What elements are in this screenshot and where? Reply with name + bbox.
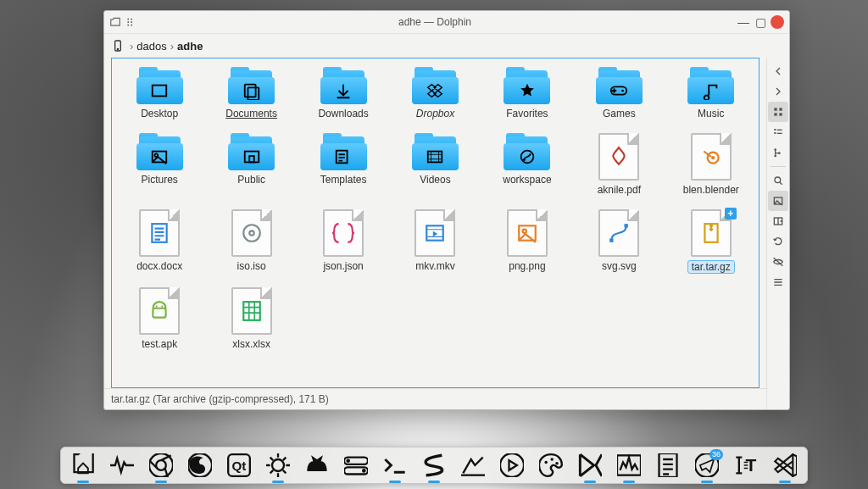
item-label: svg.svg <box>602 260 637 272</box>
dock-files[interactable] <box>70 452 97 479</box>
dock-settings[interactable] <box>264 452 292 479</box>
preview-button[interactable] <box>768 191 788 211</box>
add-badge-icon: + <box>725 208 737 219</box>
file-icon <box>598 133 639 181</box>
file-item-png-png[interactable]: png.png <box>483 208 571 275</box>
dock-toggle[interactable] <box>342 452 370 479</box>
item-label: Favorites <box>506 108 548 119</box>
folder-item-workspace[interactable]: workspace <box>483 131 571 197</box>
item-label: Templates <box>320 174 367 186</box>
dock-typography[interactable] <box>732 452 760 479</box>
folder-icon <box>136 67 183 104</box>
dock-gimp[interactable] <box>537 452 565 479</box>
play-icon <box>500 453 524 477</box>
minimize-button[interactable]: — <box>737 15 750 29</box>
search-icon <box>771 174 785 187</box>
folder-item-public[interactable]: Public <box>208 131 296 197</box>
dock-pulse[interactable] <box>108 452 136 479</box>
search-button[interactable] <box>768 170 788 191</box>
separator <box>771 166 786 167</box>
breadcrumb-current[interactable]: adhe <box>177 40 203 53</box>
dock-monitor[interactable] <box>615 452 643 479</box>
dock-play[interactable] <box>498 452 526 479</box>
item-label: tar.tar.gz <box>687 260 735 274</box>
reload-icon <box>771 235 785 248</box>
nav-back-button[interactable] <box>768 61 788 81</box>
app-icon <box>109 16 121 28</box>
pin-icon[interactable]: ⁝⁝ <box>126 16 133 28</box>
running-indicator <box>272 481 284 483</box>
view-compact-button[interactable] <box>768 122 788 142</box>
eye-icon <box>771 255 785 269</box>
qt-icon <box>227 453 251 477</box>
dock-notes[interactable] <box>654 452 682 479</box>
folder-item-downloads[interactable]: Downloads <box>299 65 387 121</box>
window-title: adhe — Dolphin <box>140 16 730 28</box>
file-icon <box>598 209 639 257</box>
file-grid[interactable]: DesktopDocumentsDownloadsDropboxFavorite… <box>111 58 760 388</box>
item-label: Videos <box>420 174 450 186</box>
file-icon <box>507 209 548 257</box>
close-button[interactable] <box>771 15 784 29</box>
folder-icon <box>412 133 459 170</box>
breadcrumb-item[interactable]: dados <box>136 40 166 53</box>
typography-icon <box>734 453 758 477</box>
item-label: Games <box>603 108 636 119</box>
split-button[interactable] <box>768 211 788 231</box>
item-label: png.png <box>509 260 545 272</box>
dock-sublime[interactable] <box>420 452 448 479</box>
dock-telegram[interactable]: 36 <box>693 452 721 479</box>
folder-item-dropbox[interactable]: Dropbox <box>391 65 479 121</box>
folder-item-favorites[interactable]: Favorites <box>483 65 571 121</box>
folder-item-videos[interactable]: Videos <box>391 131 479 197</box>
file-item-xlsx-xlsx[interactable]: xlsx.xlsx <box>208 286 296 352</box>
file-item-blen-blender[interactable]: blen.blender <box>667 131 755 197</box>
dock-qt[interactable] <box>225 452 253 479</box>
dock-terminal[interactable] <box>381 452 409 479</box>
gear-icon <box>266 453 290 477</box>
folder-item-templates[interactable]: Templates <box>299 131 387 197</box>
kate-icon <box>578 453 602 477</box>
item-label: Dropbox <box>416 108 454 119</box>
file-item-svg-svg[interactable]: svg.svg <box>575 208 663 275</box>
menu-button[interactable] <box>768 272 788 292</box>
file-item-aknile-pdf[interactable]: aknile.pdf <box>575 131 663 197</box>
running-indicator <box>701 481 713 483</box>
file-icon <box>415 209 455 257</box>
folder-icon <box>687 67 734 104</box>
item-label: xlsx.xlsx <box>232 338 270 350</box>
file-icon <box>231 209 272 257</box>
hidden-button[interactable] <box>768 252 788 272</box>
view-icons-button[interactable] <box>768 102 788 122</box>
reload-button[interactable] <box>768 231 788 252</box>
dock-chrome[interactable] <box>147 452 175 479</box>
maximize-button[interactable]: ▢ <box>754 15 767 29</box>
file-item-mkv-mkv[interactable]: mkv.mkv <box>391 208 479 275</box>
dock-kate[interactable] <box>576 452 604 479</box>
file-icon <box>691 133 732 181</box>
file-icon <box>231 287 272 335</box>
folder-item-music[interactable]: Music <box>667 65 755 121</box>
nav-forward-button[interactable] <box>768 81 788 102</box>
chev-left-icon <box>771 64 785 78</box>
folder-item-pictures[interactable]: Pictures <box>115 131 203 197</box>
item-label: json.json <box>323 260 363 272</box>
dock-firefox[interactable] <box>186 452 214 479</box>
file-item-json-json[interactable]: json.json <box>299 208 387 275</box>
dock-vscode[interactable] <box>771 452 798 479</box>
image-icon <box>771 194 785 208</box>
folder-item-desktop[interactable]: Desktop <box>115 65 203 121</box>
file-item-iso-iso[interactable]: iso.iso <box>208 208 296 275</box>
dock-gimp-alt[interactable] <box>459 452 487 479</box>
file-item-docx-docx[interactable]: docx.docx <box>115 208 203 275</box>
item-label: Public <box>237 174 265 186</box>
folder-icon <box>412 67 459 104</box>
file-item-test-apk[interactable]: test.apk <box>115 286 203 352</box>
titlebar[interactable]: ⁝⁝ adhe — Dolphin — ▢ <box>104 11 789 34</box>
dock-cat[interactable] <box>303 452 331 479</box>
folder-item-documents[interactable]: Documents <box>208 65 296 121</box>
device-icon[interactable] <box>111 39 125 53</box>
folder-item-games[interactable]: Games <box>575 65 663 121</box>
view-details-button[interactable] <box>768 142 788 163</box>
file-item-tar-tar-gz[interactable]: +tar.tar.gz <box>667 208 755 275</box>
